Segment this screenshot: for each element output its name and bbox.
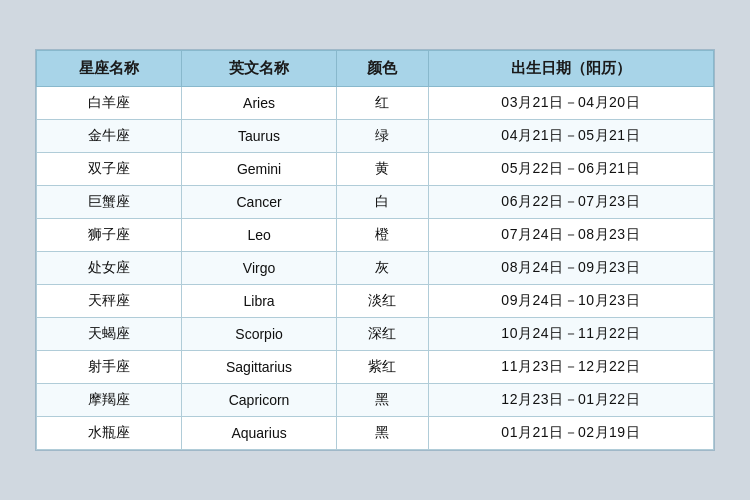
cell-dates: 01月21日－02月19日	[428, 417, 713, 450]
table-header-row: 星座名称 英文名称 颜色 出生日期（阳历）	[37, 51, 714, 87]
header-chinese-name: 星座名称	[37, 51, 182, 87]
cell-color: 紫红	[337, 351, 428, 384]
table-row: 天秤座Libra淡红09月24日－10月23日	[37, 285, 714, 318]
cell-chinese-name: 双子座	[37, 153, 182, 186]
cell-color: 黄	[337, 153, 428, 186]
header-dates: 出生日期（阳历）	[428, 51, 713, 87]
cell-color: 红	[337, 87, 428, 120]
cell-color: 黑	[337, 384, 428, 417]
zodiac-table: 星座名称 英文名称 颜色 出生日期（阳历） 白羊座Aries红03月21日－04…	[36, 50, 714, 450]
cell-dates: 11月23日－12月22日	[428, 351, 713, 384]
table-row: 摩羯座Capricorn黑12月23日－01月22日	[37, 384, 714, 417]
cell-color: 灰	[337, 252, 428, 285]
cell-chinese-name: 金牛座	[37, 120, 182, 153]
cell-color: 黑	[337, 417, 428, 450]
cell-dates: 05月22日－06月21日	[428, 153, 713, 186]
table-row: 水瓶座Aquarius黑01月21日－02月19日	[37, 417, 714, 450]
table-row: 处女座Virgo灰08月24日－09月23日	[37, 252, 714, 285]
cell-chinese-name: 天蝎座	[37, 318, 182, 351]
cell-chinese-name: 处女座	[37, 252, 182, 285]
cell-english-name: Scorpio	[181, 318, 337, 351]
cell-english-name: Cancer	[181, 186, 337, 219]
table-row: 射手座Sagittarius紫红11月23日－12月22日	[37, 351, 714, 384]
cell-color: 深红	[337, 318, 428, 351]
cell-chinese-name: 巨蟹座	[37, 186, 182, 219]
header-color: 颜色	[337, 51, 428, 87]
cell-dates: 08月24日－09月23日	[428, 252, 713, 285]
cell-english-name: Leo	[181, 219, 337, 252]
cell-color: 白	[337, 186, 428, 219]
cell-dates: 12月23日－01月22日	[428, 384, 713, 417]
cell-color: 绿	[337, 120, 428, 153]
cell-chinese-name: 射手座	[37, 351, 182, 384]
cell-chinese-name: 白羊座	[37, 87, 182, 120]
table-row: 金牛座Taurus绿04月21日－05月21日	[37, 120, 714, 153]
table-row: 巨蟹座Cancer白06月22日－07月23日	[37, 186, 714, 219]
cell-chinese-name: 天秤座	[37, 285, 182, 318]
cell-english-name: Virgo	[181, 252, 337, 285]
cell-chinese-name: 摩羯座	[37, 384, 182, 417]
cell-english-name: Taurus	[181, 120, 337, 153]
cell-color: 淡红	[337, 285, 428, 318]
cell-chinese-name: 水瓶座	[37, 417, 182, 450]
cell-dates: 04月21日－05月21日	[428, 120, 713, 153]
cell-english-name: Aquarius	[181, 417, 337, 450]
cell-english-name: Capricorn	[181, 384, 337, 417]
cell-english-name: Sagittarius	[181, 351, 337, 384]
cell-dates: 07月24日－08月23日	[428, 219, 713, 252]
cell-color: 橙	[337, 219, 428, 252]
cell-dates: 06月22日－07月23日	[428, 186, 713, 219]
table-row: 双子座Gemini黄05月22日－06月21日	[37, 153, 714, 186]
table-row: 天蝎座Scorpio深红10月24日－11月22日	[37, 318, 714, 351]
cell-english-name: Libra	[181, 285, 337, 318]
table-row: 白羊座Aries红03月21日－04月20日	[37, 87, 714, 120]
cell-chinese-name: 狮子座	[37, 219, 182, 252]
cell-english-name: Gemini	[181, 153, 337, 186]
cell-dates: 09月24日－10月23日	[428, 285, 713, 318]
cell-dates: 10月24日－11月22日	[428, 318, 713, 351]
header-english-name: 英文名称	[181, 51, 337, 87]
table-row: 狮子座Leo橙07月24日－08月23日	[37, 219, 714, 252]
table-body: 白羊座Aries红03月21日－04月20日金牛座Taurus绿04月21日－0…	[37, 87, 714, 450]
cell-english-name: Aries	[181, 87, 337, 120]
cell-dates: 03月21日－04月20日	[428, 87, 713, 120]
zodiac-table-container: 星座名称 英文名称 颜色 出生日期（阳历） 白羊座Aries红03月21日－04…	[35, 49, 715, 451]
